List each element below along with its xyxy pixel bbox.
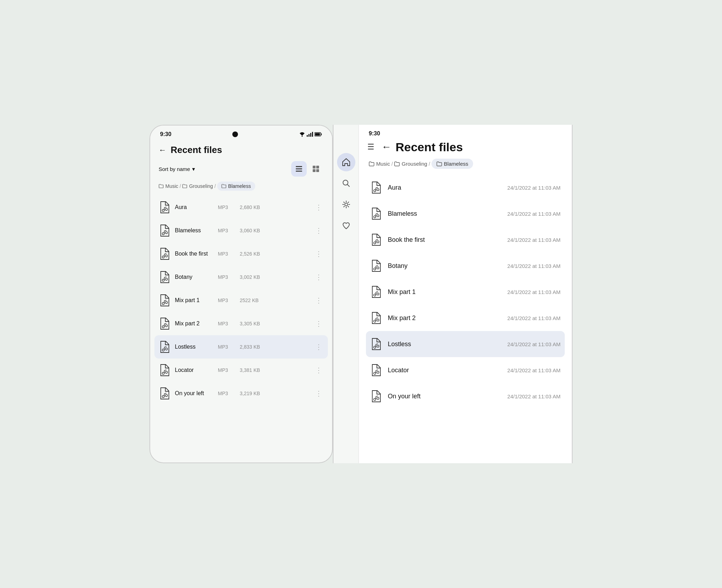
file-icon (159, 317, 170, 330)
file-more-button[interactable]: ⋮ (314, 202, 324, 213)
svg-point-34 (165, 325, 167, 327)
svg-line-17 (164, 230, 166, 231)
breadcrumb-music[interactable]: Music (159, 183, 178, 189)
file-type: MP3 (218, 251, 235, 257)
signal-icon (307, 132, 313, 137)
tablet-file-name: Botany (388, 262, 501, 270)
list-view-button[interactable] (291, 161, 307, 177)
svg-point-23 (162, 279, 164, 281)
svg-rect-9 (313, 169, 316, 172)
file-type: MP3 (218, 274, 235, 280)
tablet-folder-icon-1 (369, 161, 374, 167)
file-name: Locator (175, 367, 214, 373)
file-size: 3,060 KB (240, 228, 309, 233)
phone-file-item[interactable]: Book the first MP3 2,526 KB ⋮ (154, 242, 328, 265)
nav-favorites[interactable] (337, 216, 355, 235)
svg-point-0 (302, 136, 303, 137)
file-info: Botany MP3 3,002 KB (175, 274, 309, 280)
folder-icon-2 (182, 184, 187, 189)
folder-icon-3 (221, 184, 226, 189)
svg-point-46 (165, 394, 167, 397)
file-name: On your left (175, 390, 214, 397)
svg-line-72 (376, 318, 378, 318)
file-type: MP3 (218, 298, 235, 303)
nav-settings[interactable] (337, 195, 355, 214)
tablet-file-item[interactable]: On your left 24/1/2022 at 11:03 AM (366, 383, 565, 409)
svg-line-33 (164, 323, 166, 324)
file-more-button[interactable]: ⋮ (314, 295, 324, 306)
nav-home[interactable] (337, 153, 355, 171)
grid-icon (312, 165, 320, 173)
file-info: Mix part 2 MP3 3,305 KB (175, 320, 309, 327)
file-more-button[interactable]: ⋮ (314, 388, 324, 399)
file-more-button[interactable]: ⋮ (314, 341, 324, 353)
file-more-button[interactable]: ⋮ (314, 271, 324, 283)
tablet-file-list: Aura 24/1/2022 at 11:03 AM Blameless 24/… (359, 174, 572, 463)
file-info: Mix part 1 MP3 2522 KB (175, 297, 309, 304)
grid-view-button[interactable] (308, 161, 324, 177)
svg-point-39 (162, 372, 164, 374)
file-name: Blameless (175, 227, 214, 234)
file-icon (159, 340, 170, 354)
file-type: MP3 (218, 367, 235, 373)
phone-file-item[interactable]: On your left MP3 3,219 KB ⋮ (154, 382, 328, 405)
file-size: 2,526 KB (240, 251, 309, 257)
file-more-button[interactable]: ⋮ (314, 365, 324, 376)
tablet-back-button[interactable]: ← (381, 141, 391, 153)
tablet-breadcrumb-music[interactable]: Music (369, 161, 390, 167)
file-more-button[interactable]: ⋮ (314, 318, 324, 329)
svg-point-70 (374, 320, 376, 322)
phone-file-item[interactable]: Mix part 1 MP3 2522 KB ⋮ (154, 289, 328, 312)
file-more-button[interactable]: ⋮ (314, 248, 324, 259)
file-icon (159, 224, 170, 237)
tablet-file-item[interactable]: Aura 24/1/2022 at 11:03 AM (366, 174, 565, 201)
back-button[interactable]: ← (159, 146, 166, 155)
file-size: 3,305 KB (240, 321, 309, 326)
svg-line-41 (164, 370, 166, 370)
file-name: Botany (175, 274, 214, 280)
hamburger-button[interactable]: ☰ (365, 140, 377, 154)
phone-file-item[interactable]: Aura MP3 2,680 KB ⋮ (154, 196, 328, 219)
tablet-file-item[interactable]: Mix part 2 24/1/2022 at 11:03 AM (366, 305, 565, 331)
tablet-header: ☰ ← Recent files (359, 137, 572, 157)
breadcrumb-grouseling[interactable]: Grouseling (182, 183, 213, 189)
breadcrumb-sep-1: / (180, 183, 181, 189)
tablet-file-item[interactable]: Blameless 24/1/2022 at 11:03 AM (366, 201, 565, 227)
tablet-file-item[interactable]: Mix part 1 24/1/2022 at 11:03 AM (366, 279, 565, 305)
tablet-breadcrumb-blameless[interactable]: Blameless (432, 159, 473, 169)
phone-file-item[interactable]: Locator MP3 3,381 KB ⋮ (154, 359, 328, 382)
svg-point-18 (165, 232, 167, 234)
file-more-button[interactable]: ⋮ (314, 225, 324, 236)
tablet-page-title: Recent files (396, 140, 463, 154)
file-type: MP3 (218, 391, 235, 396)
sort-button[interactable]: Sort by name ▾ (159, 166, 195, 172)
svg-point-57 (377, 215, 379, 217)
svg-line-60 (376, 239, 378, 240)
nav-search[interactable] (337, 174, 355, 192)
tablet-file-item[interactable]: Book the first 24/1/2022 at 11:03 AM (366, 227, 565, 253)
phone-file-item[interactable]: Mix part 2 MP3 3,305 KB ⋮ (154, 312, 328, 335)
tablet-main-content: 9:30 ☰ ← Recent files Music / (359, 125, 572, 463)
svg-line-56 (376, 213, 378, 214)
tablet-file-item[interactable]: Lostless 24/1/2022 at 11:03 AM (366, 331, 565, 357)
svg-point-42 (165, 371, 167, 373)
tablet-breadcrumb-grouseling-label: Grouseling (402, 161, 427, 167)
tablet-file-date: 24/1/2022 at 11:03 AM (507, 237, 561, 243)
phone-file-item[interactable]: Lostless MP3 2,833 KB ⋮ (154, 335, 328, 359)
breadcrumb-blameless[interactable]: Blameless (217, 182, 255, 191)
camera-dot (232, 131, 238, 137)
file-type: MP3 (218, 228, 235, 233)
breadcrumb-grouseling-label: Grouseling (189, 183, 213, 189)
svg-point-50 (374, 190, 376, 192)
svg-point-49 (345, 203, 348, 206)
svg-rect-10 (316, 169, 319, 172)
tablet-breadcrumb-grouseling[interactable]: Grouseling (394, 161, 427, 167)
tablet-file-item[interactable]: Locator 24/1/2022 at 11:03 AM (366, 357, 565, 383)
phone-file-item[interactable]: Botany MP3 3,002 KB ⋮ (154, 265, 328, 289)
phone-file-item[interactable]: Blameless MP3 3,060 KB ⋮ (154, 219, 328, 242)
phone-toolbar: Sort by name ▾ (150, 158, 332, 179)
tablet-file-name: Blameless (388, 210, 501, 218)
svg-rect-6 (296, 171, 302, 172)
file-name: Aura (175, 204, 214, 210)
tablet-file-item[interactable]: Botany 24/1/2022 at 11:03 AM (366, 253, 565, 279)
